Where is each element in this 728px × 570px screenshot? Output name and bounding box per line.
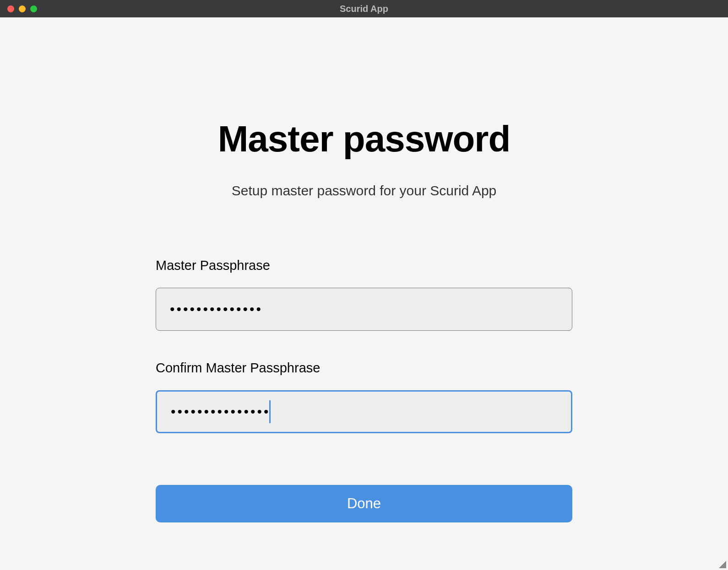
text-cursor	[269, 400, 271, 423]
passphrase-input-wrapper	[156, 288, 572, 331]
page-subtitle: Setup master password for your Scurid Ap…	[232, 183, 497, 199]
content-area: Master password Setup master password fo…	[0, 17, 728, 522]
page-title: Master password	[218, 118, 511, 160]
passphrase-group: Master Passphrase	[156, 258, 572, 331]
confirm-passphrase-label: Confirm Master Passphrase	[156, 360, 572, 376]
confirm-passphrase-group: Confirm Master Passphrase	[156, 360, 572, 433]
maximize-window-button[interactable]	[30, 5, 37, 12]
traffic-lights	[0, 5, 37, 12]
minimize-window-button[interactable]	[19, 5, 26, 12]
confirm-passphrase-input-wrapper	[156, 390, 572, 433]
window-title: Scurid App	[340, 4, 388, 14]
passphrase-label: Master Passphrase	[156, 258, 572, 273]
done-button[interactable]: Done	[156, 485, 572, 522]
resize-handle-icon[interactable]	[719, 561, 726, 568]
passphrase-input[interactable]	[156, 288, 572, 331]
confirm-passphrase-input[interactable]	[156, 390, 572, 433]
close-window-button[interactable]	[7, 5, 14, 12]
titlebar: Scurid App	[0, 0, 728, 17]
form-container: Master Passphrase Confirm Master Passphr…	[156, 258, 572, 522]
